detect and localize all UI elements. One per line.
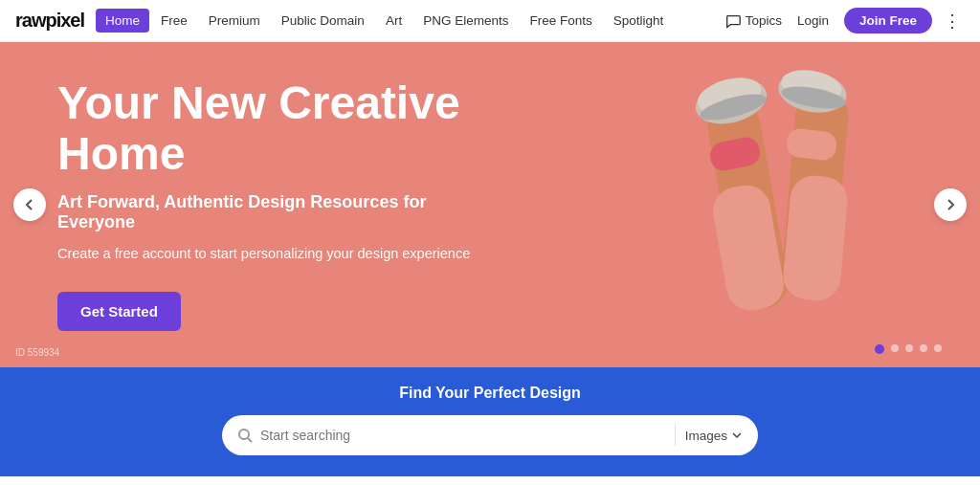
topics-button[interactable]: Topics [724,12,782,30]
join-button[interactable]: Join Free [844,8,932,33]
search-divider [675,425,676,446]
hero-content: Your New Creative Home Art Forward, Auth… [0,78,536,331]
navbar: rawpixel Home Free Premium Public Domain… [0,0,980,42]
get-started-button[interactable]: Get Started [57,292,181,331]
nav-item-public-domain[interactable]: Public Domain [272,9,374,33]
brand-logo[interactable]: rawpixel [15,10,84,32]
search-type-selector[interactable]: Images [685,429,743,443]
more-button[interactable]: ⋮ [940,11,965,32]
hero-banner: Your New Creative Home Art Forward, Auth… [0,42,980,367]
topics-icon [724,12,742,30]
category-tabs: Photos Illustrations PNG Elements Backgr… [0,476,980,485]
nav-items: Home Free Premium Public Domain Art PNG … [96,9,724,33]
search-input[interactable] [260,428,665,443]
hero-dot-3[interactable] [905,344,913,352]
svg-rect-3 [781,174,849,303]
svg-line-13 [248,438,252,442]
hero-prev-button[interactable] [13,188,46,221]
nav-item-home[interactable]: Home [96,9,149,33]
login-button[interactable]: Login [790,9,836,33]
search-title: Find Your Perfect Design [19,385,961,402]
nav-item-spotlight[interactable]: Spotlight [604,9,674,33]
hero-next-button[interactable] [934,188,967,221]
search-bar: Images [222,415,758,455]
hero-image [578,42,980,367]
svg-point-12 [239,430,249,439]
hero-description: Create a free account to start personali… [57,244,479,265]
hero-dot-5[interactable] [934,344,942,352]
hero-dot-2[interactable] [891,344,899,352]
hero-dot-1[interactable] [875,344,884,354]
hero-image-id: ID 559934 [15,347,59,358]
nav-item-art[interactable]: Art [376,9,412,33]
chevron-down-icon [731,430,743,441]
search-icon [237,428,253,443]
nav-right: Topics Login Join Free ⋮ [724,8,965,33]
hero-title: Your New Creative Home [57,78,479,180]
hero-dot-4[interactable] [920,344,927,352]
svg-rect-2 [709,182,788,314]
search-section: Find Your Perfect Design Images [0,367,980,476]
nav-item-free[interactable]: Free [151,9,197,33]
hero-subtitle: Art Forward, Authentic Design Resources … [57,192,479,232]
hero-illustration [588,42,970,367]
nav-item-premium[interactable]: Premium [199,9,270,33]
nav-item-free-fonts[interactable]: Free Fonts [520,9,601,33]
hero-dots [875,344,942,354]
nav-item-png-elements[interactable]: PNG Elements [413,9,518,33]
